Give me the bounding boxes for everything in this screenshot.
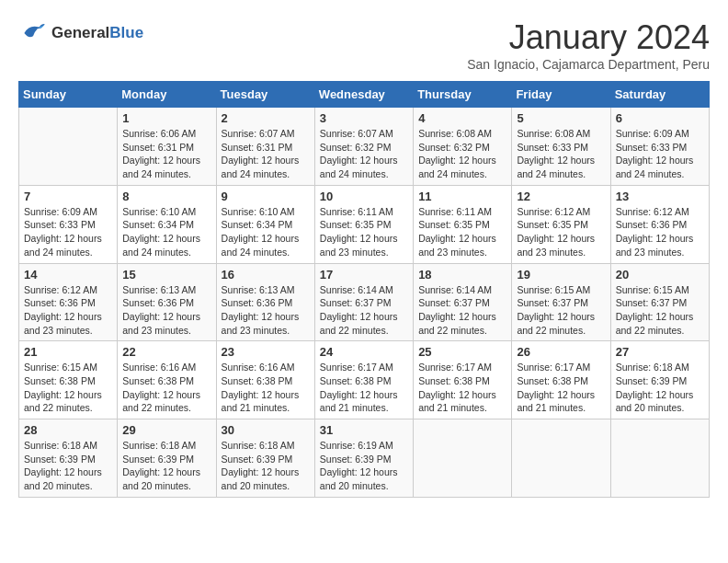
calendar-cell: 7Sunrise: 6:09 AMSunset: 6:33 PMDaylight…: [19, 185, 118, 263]
day-info: Sunrise: 6:10 AMSunset: 6:34 PMDaylight:…: [122, 205, 210, 259]
calendar-cell: 21Sunrise: 6:15 AMSunset: 6:38 PMDayligh…: [19, 341, 118, 419]
calendar-cell: 12Sunrise: 6:12 AMSunset: 6:35 PMDayligh…: [512, 185, 610, 263]
calendar-cell: 10Sunrise: 6:11 AMSunset: 6:35 PMDayligh…: [314, 185, 413, 263]
day-info: Sunrise: 6:08 AMSunset: 6:32 PMDaylight:…: [418, 127, 506, 181]
calendar-cell: 25Sunrise: 6:17 AMSunset: 6:38 PMDayligh…: [414, 341, 512, 419]
day-number: 13: [616, 190, 704, 203]
calendar-cell: [610, 419, 709, 498]
day-info: Sunrise: 6:18 AMSunset: 6:39 PMDaylight:…: [24, 439, 112, 493]
day-info: Sunrise: 6:17 AMSunset: 6:38 PMDaylight:…: [418, 361, 506, 415]
day-info: Sunrise: 6:13 AMSunset: 6:36 PMDaylight:…: [122, 283, 210, 338]
day-info: Sunrise: 6:17 AMSunset: 6:38 PMDaylight:…: [320, 361, 408, 415]
day-info: Sunrise: 6:19 AMSunset: 6:39 PMDaylight:…: [320, 439, 408, 493]
day-info: Sunrise: 6:16 AMSunset: 6:38 PMDaylight:…: [222, 361, 310, 415]
day-number: 22: [122, 345, 210, 359]
day-number: 12: [517, 190, 605, 203]
calendar-cell: 22Sunrise: 6:16 AMSunset: 6:38 PMDayligh…: [118, 341, 216, 419]
calendar-cell: 23Sunrise: 6:16 AMSunset: 6:38 PMDayligh…: [216, 341, 314, 419]
title-section: January 2024 San Ignacio, Cajamarca Depa…: [467, 18, 710, 72]
calendar-cell: 18Sunrise: 6:14 AMSunset: 6:37 PMDayligh…: [414, 263, 512, 341]
day-info: Sunrise: 6:07 AMSunset: 6:32 PMDaylight:…: [320, 127, 408, 181]
day-number: 2: [222, 111, 310, 125]
calendar-title: January 2024: [467, 18, 710, 57]
calendar-cell: [512, 419, 610, 498]
day-header-sunday: Sunday: [19, 82, 118, 108]
calendar-cell: 19Sunrise: 6:15 AMSunset: 6:37 PMDayligh…: [512, 263, 610, 341]
calendar-cell: 1Sunrise: 6:06 AMSunset: 6:31 PMDaylight…: [118, 108, 216, 186]
day-info: Sunrise: 6:12 AMSunset: 6:36 PMDaylight:…: [24, 283, 112, 338]
day-info: Sunrise: 6:06 AMSunset: 6:31 PMDaylight:…: [122, 127, 210, 181]
calendar-cell: 13Sunrise: 6:12 AMSunset: 6:36 PMDayligh…: [610, 185, 709, 263]
day-number: 18: [418, 268, 506, 282]
day-info: Sunrise: 6:18 AMSunset: 6:39 PMDaylight:…: [222, 439, 310, 493]
day-info: Sunrise: 6:14 AMSunset: 6:37 PMDaylight:…: [418, 283, 506, 338]
calendar-cell: [19, 108, 118, 186]
day-number: 16: [222, 268, 310, 282]
day-number: 26: [517, 345, 605, 359]
logo-text: GeneralBlue: [51, 24, 143, 42]
calendar-cell: 11Sunrise: 6:11 AMSunset: 6:35 PMDayligh…: [414, 185, 512, 263]
calendar-cell: 26Sunrise: 6:17 AMSunset: 6:38 PMDayligh…: [512, 341, 610, 419]
day-number: 8: [122, 190, 210, 203]
day-info: Sunrise: 6:15 AMSunset: 6:38 PMDaylight:…: [24, 361, 112, 415]
day-header-friday: Friday: [512, 82, 610, 108]
day-info: Sunrise: 6:18 AMSunset: 6:39 PMDaylight:…: [616, 361, 704, 415]
day-number: 30: [222, 423, 310, 437]
calendar-cell: 20Sunrise: 6:15 AMSunset: 6:37 PMDayligh…: [610, 263, 709, 341]
calendar-cell: 30Sunrise: 6:18 AMSunset: 6:39 PMDayligh…: [216, 419, 314, 498]
day-number: 9: [222, 190, 310, 203]
calendar-cell: 24Sunrise: 6:17 AMSunset: 6:38 PMDayligh…: [314, 341, 413, 419]
day-number: 17: [320, 268, 408, 282]
day-number: 20: [616, 268, 704, 282]
day-number: 4: [418, 111, 506, 125]
day-number: 15: [122, 268, 210, 282]
day-info: Sunrise: 6:17 AMSunset: 6:38 PMDaylight:…: [517, 361, 605, 415]
day-info: Sunrise: 6:15 AMSunset: 6:37 PMDaylight:…: [616, 283, 704, 338]
day-number: 29: [122, 423, 210, 437]
day-info: Sunrise: 6:11 AMSunset: 6:35 PMDaylight:…: [320, 205, 408, 259]
calendar-cell: 5Sunrise: 6:08 AMSunset: 6:33 PMDaylight…: [512, 108, 610, 186]
day-number: 25: [418, 345, 506, 359]
day-info: Sunrise: 6:07 AMSunset: 6:31 PMDaylight:…: [222, 127, 310, 181]
calendar-cell: 28Sunrise: 6:18 AMSunset: 6:39 PMDayligh…: [19, 419, 118, 498]
day-info: Sunrise: 6:18 AMSunset: 6:39 PMDaylight:…: [122, 439, 210, 493]
day-info: Sunrise: 6:08 AMSunset: 6:33 PMDaylight:…: [517, 127, 605, 181]
day-info: Sunrise: 6:09 AMSunset: 6:33 PMDaylight:…: [616, 127, 704, 181]
calendar-cell: [414, 419, 512, 498]
logo: GeneralBlue: [18, 18, 143, 48]
calendar-cell: 16Sunrise: 6:13 AMSunset: 6:36 PMDayligh…: [216, 263, 314, 341]
logo-icon: [18, 18, 48, 48]
day-info: Sunrise: 6:15 AMSunset: 6:37 PMDaylight:…: [517, 283, 605, 338]
calendar-cell: 17Sunrise: 6:14 AMSunset: 6:37 PMDayligh…: [314, 263, 413, 341]
day-number: 14: [24, 268, 112, 282]
day-header-wednesday: Wednesday: [314, 82, 413, 108]
day-header-tuesday: Tuesday: [216, 82, 314, 108]
day-number: 6: [616, 111, 704, 125]
day-info: Sunrise: 6:14 AMSunset: 6:37 PMDaylight:…: [320, 283, 408, 338]
day-header-monday: Monday: [118, 82, 216, 108]
day-number: 1: [122, 111, 210, 125]
day-number: 11: [418, 190, 506, 203]
calendar-table: SundayMondayTuesdayWednesdayThursdayFrid…: [18, 81, 710, 498]
calendar-cell: 9Sunrise: 6:10 AMSunset: 6:34 PMDaylight…: [216, 185, 314, 263]
day-info: Sunrise: 6:16 AMSunset: 6:38 PMDaylight:…: [122, 361, 210, 415]
calendar-cell: 6Sunrise: 6:09 AMSunset: 6:33 PMDaylight…: [610, 108, 709, 186]
calendar-cell: 15Sunrise: 6:13 AMSunset: 6:36 PMDayligh…: [118, 263, 216, 341]
day-header-saturday: Saturday: [610, 82, 709, 108]
calendar-cell: 4Sunrise: 6:08 AMSunset: 6:32 PMDaylight…: [414, 108, 512, 186]
calendar-cell: 27Sunrise: 6:18 AMSunset: 6:39 PMDayligh…: [610, 341, 709, 419]
day-number: 3: [320, 111, 408, 125]
calendar-cell: 31Sunrise: 6:19 AMSunset: 6:39 PMDayligh…: [314, 419, 413, 498]
day-number: 19: [517, 268, 605, 282]
page-header: GeneralBlue January 2024 San Ignacio, Ca…: [18, 18, 710, 72]
calendar-cell: 3Sunrise: 6:07 AMSunset: 6:32 PMDaylight…: [314, 108, 413, 186]
day-number: 7: [24, 190, 112, 203]
day-info: Sunrise: 6:13 AMSunset: 6:36 PMDaylight:…: [222, 283, 310, 338]
calendar-cell: 14Sunrise: 6:12 AMSunset: 6:36 PMDayligh…: [19, 263, 118, 341]
day-number: 31: [320, 423, 408, 437]
calendar-subtitle: San Ignacio, Cajamarca Department, Peru: [467, 57, 710, 72]
day-number: 24: [320, 345, 408, 359]
day-number: 10: [320, 190, 408, 203]
day-number: 23: [222, 345, 310, 359]
calendar-cell: 29Sunrise: 6:18 AMSunset: 6:39 PMDayligh…: [118, 419, 216, 498]
